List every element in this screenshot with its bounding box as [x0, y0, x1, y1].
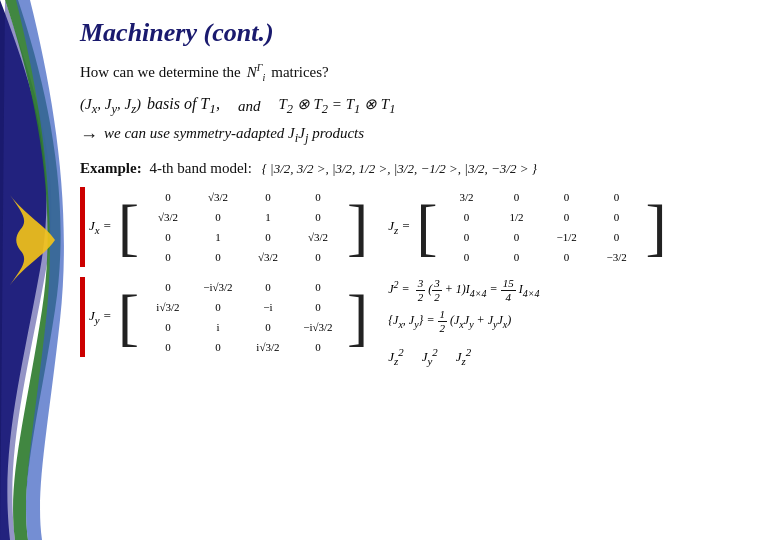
basis-formula: (Jx, Jy, Jz)	[80, 96, 141, 117]
jxy-formula: {Jx, Jy} = 12 (JxJy + JyJx)	[388, 308, 667, 335]
jy-label: Jy =	[89, 308, 112, 326]
example-label: Example:	[80, 160, 142, 176]
formulas-block: J2 = 32 (32 + 1)I4×4 = 154 I4×4 {Jx, Jy}…	[388, 275, 667, 371]
question-suffix: matrices?	[271, 64, 328, 81]
jy-lbracket: [	[118, 290, 139, 344]
jx-label: Jx =	[89, 218, 112, 236]
left-matrices: Jx = [ 0 √3/2 0 0 √3/2 0 1 0 0 1 0 √3/2 …	[80, 187, 368, 357]
jz-label: Jz =	[388, 218, 410, 236]
jy-red-bar	[80, 277, 85, 357]
arrow-text: we can use symmetry-adapted JiJj product…	[104, 125, 364, 146]
right-section: Jz = [ 3/2 0 0 0 0 1/2 0 0 0 0 −1/2 0 0 …	[388, 187, 667, 371]
arrow-line: → we can use symmetry-adapted JiJj produ…	[80, 125, 760, 146]
jx-matrix-row: Jx = [ 0 √3/2 0 0 √3/2 0 1 0 0 1 0 √3/2 …	[80, 187, 368, 267]
tensor-formula: T2 ⊗ T2 = T1 ⊗ T1	[278, 95, 395, 117]
j2-formula: J2 = 32 (32 + 1)I4×4 = 154 I4×4	[388, 275, 667, 304]
jy-matrix-cells: 0 −i√3/2 0 0 i√3/2 0 −i 0 0 i 0 −i√3/2 0…	[143, 277, 343, 357]
page-title: Machinery (cont.)	[80, 18, 760, 48]
arrow-icon: →	[80, 125, 98, 146]
jx-lbracket: [	[118, 200, 139, 254]
jx-red-bar	[80, 187, 85, 267]
jz-lbracket: [	[416, 200, 437, 254]
jy-matrix-row: Jy = [ 0 −i√3/2 0 0 i√3/2 0 −i 0 0 i 0 −…	[80, 277, 368, 357]
jz-rbracket: ]	[646, 200, 667, 254]
example-desc: 4-th band model:	[149, 160, 251, 176]
example-line: Example: 4-th band model: { |3/2, 3/2 >,…	[80, 160, 760, 177]
j-icons-row: Jz2 Jy2 Jz2	[388, 342, 667, 371]
question-line: How can we determine the NΓi matrices?	[80, 62, 760, 83]
jx-rbracket: ]	[347, 200, 368, 254]
basis-line: (Jx, Jy, Jz) basis of T1, and T2 ⊗ T2 = …	[80, 95, 760, 117]
matrix-symbol: NΓi	[247, 62, 266, 83]
jx-matrix-cells: 0 √3/2 0 0 √3/2 0 1 0 0 1 0 √3/2 0 0 √3/…	[143, 187, 343, 267]
question-text: How can we determine the	[80, 64, 241, 81]
jy-rbracket: ]	[347, 290, 368, 344]
example-basis-set: { |3/2, 3/2 >, |3/2, 1/2 >, |3/2, −1/2 >…	[262, 161, 537, 176]
jz-matrix-cells: 3/2 0 0 0 0 1/2 0 0 0 0 −1/2 0 0 0 0 −3/…	[442, 187, 642, 267]
matrices-area: Jx = [ 0 √3/2 0 0 √3/2 0 1 0 0 1 0 √3/2 …	[80, 187, 760, 371]
basis-of-text: basis of T1,	[147, 95, 220, 117]
jz-matrix-row: Jz = [ 3/2 0 0 0 0 1/2 0 0 0 0 −1/2 0 0 …	[388, 187, 667, 267]
and-text: and	[238, 98, 261, 115]
